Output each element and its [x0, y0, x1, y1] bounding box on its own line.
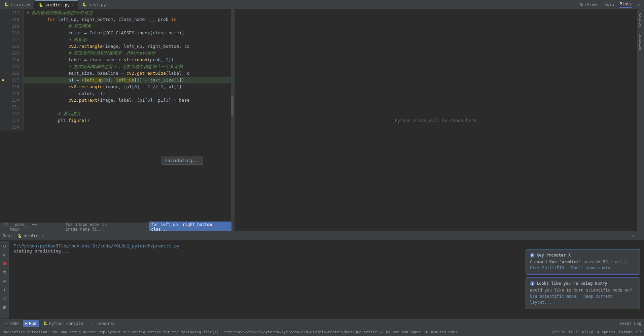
line-num-225: 225 — [6, 63, 24, 70]
tab-python-console[interactable]: 🐍 Python Console — [40, 320, 86, 327]
chevron-down-icon: ▾ — [42, 234, 44, 238]
breadcrumb-item-2[interactable]: for image_name in image_name_li... — [66, 222, 144, 231]
gutter-220 — [0, 30, 6, 36]
tab-label: train.py — [11, 2, 30, 7]
code-line-223: 223 # 获取类型信息和对应概率，此时为str类型 — [0, 50, 234, 57]
close-icon[interactable]: ✕ — [108, 3, 110, 6]
gutter-230 — [0, 97, 6, 104]
run-toolbar: ↺ ▶ ⏹ ≡ ⇌ ↓ ⇄ 🗑 — [0, 241, 9, 318]
line-num-222: 222 — [6, 43, 24, 50]
line-num-234: 234 — [6, 124, 24, 131]
sciview-panel: Python plots will be shown here — [235, 9, 637, 231]
breadcrumb-item-1[interactable]: if __name__ == '__main__' — [3, 222, 60, 231]
line-num-221: 221 — [6, 36, 24, 43]
line-num-227: 227 — [6, 77, 24, 83]
status-right: 227:35 CRLF UTF-8 4 spaces Python 3.7 — [551, 330, 641, 334]
run-label: Run: — [3, 234, 12, 238]
run-predict-link[interactable]: Run 'predict' — [549, 260, 581, 264]
tab-label: test.py — [89, 2, 106, 7]
status-encoding[interactable]: UTF-8 — [582, 330, 593, 334]
vert-tab-database[interactable]: Database — [637, 30, 644, 53]
code-line-217: 217 # 画出检测到的矩形框的天野信息 — [0, 9, 234, 16]
breadcrumb-sep-1: › — [62, 225, 64, 229]
gutter-217 — [0, 9, 6, 16]
soft-wrap-button[interactable]: ⇌ — [1, 277, 8, 284]
stop-button[interactable]: ⏹ — [1, 260, 8, 267]
tab-test[interactable]: 🐍 test.py ✕ — [78, 0, 114, 9]
tab-run[interactable]: ▶ Run — [23, 320, 39, 327]
code-text-226: text_size, baseline = cv2.getTextSize(la… — [24, 70, 234, 77]
gutter-232 — [0, 110, 6, 117]
run-header: Run: 🐍 predict ▾ ⚙ — — [0, 231, 644, 241]
run-minimize-icon[interactable]: — — [639, 234, 641, 238]
terminal-label: Terminal — [96, 321, 115, 326]
status-line-endings[interactable]: CRLF — [569, 330, 578, 334]
python-console-icon: 🐍 — [43, 321, 48, 326]
breadcrumb: if __name__ == '__main__' › for image_na… — [0, 222, 234, 231]
breadcrumb-item-3[interactable]: for left_up, right_bottom, clas... — [149, 222, 231, 231]
clear-button[interactable]: 🗑 — [1, 303, 8, 311]
gutter-234 — [0, 124, 6, 131]
run-icon: ▶ — [26, 321, 28, 326]
run-config-selector[interactable]: 🐍 predict ▾ — [14, 233, 47, 239]
terminal-icon: ⬛ — [90, 321, 95, 326]
line-num-233: 233 — [6, 117, 24, 124]
code-text-231 — [24, 104, 234, 110]
sciview-tab-data[interactable]: Data — [605, 2, 614, 7]
ctrl-shift-f10-link[interactable]: Ctrl+Shift+F10 — [530, 266, 564, 270]
sciview-tab-plots[interactable]: Plots — [619, 2, 632, 8]
code-line-226: 226 text_size, baseline = cv2.getTextSiz… — [0, 70, 234, 77]
scrollbar-thumb[interactable] — [231, 95, 234, 115]
tab-terminal[interactable]: ⬛ Terminal — [87, 320, 118, 327]
run-settings-icon[interactable]: ⚙ — [632, 234, 634, 238]
todo-icon: ✓ — [5, 321, 8, 326]
status-language[interactable]: Python 3.7 — [619, 330, 641, 334]
use-scientific-mode-link[interactable]: Use scientific mode — [530, 294, 576, 299]
tab-predict[interactable]: 🐍 predict.py ✕ — [35, 0, 78, 9]
editor-panel: 217 # 画出检测到的矩形框的天野信息 218 for left_up, ri… — [0, 9, 235, 231]
right-vertical-tab-bar: SciView Database — [637, 9, 644, 231]
close-icon[interactable]: ✕ — [72, 3, 74, 7]
python-icon: 🐍 — [4, 2, 9, 7]
notif-icon-key-promoter: K — [530, 253, 535, 258]
status-position[interactable]: 227:35 — [551, 330, 565, 334]
code-text-230: cv2.putText(image, label, (p1[0], p1[1] … — [24, 97, 234, 104]
status-indent[interactable]: 4 spaces — [597, 330, 615, 334]
line-num-224: 224 — [6, 57, 24, 63]
notif-numpy: i Looks like you're using NumPy Would yo… — [526, 277, 640, 309]
run-output-path: F:\Python\python37\python.exe D:/code/YO… — [13, 243, 640, 248]
status-bar: Dockerfile detection: You may setup Dock… — [0, 328, 644, 336]
tab-train[interactable]: 🐍 train.py — [0, 0, 35, 9]
code-line-233: 233 plt.figure() — [0, 117, 234, 124]
notif-body-numpy: Would you like to turn scientific mode o… — [530, 287, 636, 305]
dont-show-again-link[interactable]: Don't show again — [571, 266, 610, 270]
event-log-button[interactable]: Event Log — [619, 321, 641, 326]
tab-todo[interactable]: ✓ TODO — [3, 320, 22, 327]
settings-icon[interactable]: ⚙ — [637, 2, 640, 7]
line-num-231: 231 — [6, 104, 24, 110]
code-text-229: color, -1) — [24, 90, 234, 97]
code-text-221: # 画矩形 — [24, 36, 234, 43]
python-icon: 🐍 — [82, 2, 87, 7]
split-button[interactable]: ⇄ — [1, 295, 8, 302]
code-text-234 — [24, 124, 234, 131]
python-icon: 🐍 — [39, 3, 43, 7]
rerun-button[interactable]: ↺ — [1, 242, 8, 249]
gutter-221 — [0, 36, 6, 43]
notif-key-promoter: K Key Promoter X Command Run 'predict' p… — [526, 249, 640, 275]
vert-tab-sciview[interactable]: SciView — [637, 9, 644, 30]
resume-button[interactable]: ▶ — [1, 251, 8, 258]
run-tab-label: Run — [29, 321, 36, 326]
editor-tab-bar: 🐍 train.py 🐍 predict.py ✕ 🐍 test.py ✕ Sc… — [0, 0, 644, 9]
line-num-223: 223 — [6, 50, 24, 57]
code-line-224: 224 label = class_name + str(round(prob,… — [0, 57, 234, 63]
line-num-232: 232 — [6, 110, 24, 117]
vertical-scrollbar[interactable] — [231, 9, 234, 222]
line-num-218: 218 — [6, 16, 24, 23]
code-editor[interactable]: 217 # 画出检测到的矩形框的天野信息 218 for left_up, ri… — [0, 9, 234, 222]
filter-button[interactable]: ≡ — [1, 268, 8, 276]
scroll-end-button[interactable]: ↓ — [1, 286, 8, 293]
run-config-name: predict — [24, 234, 41, 238]
line-num-226: 226 — [6, 70, 24, 77]
line-num-219: 219 — [6, 23, 24, 30]
